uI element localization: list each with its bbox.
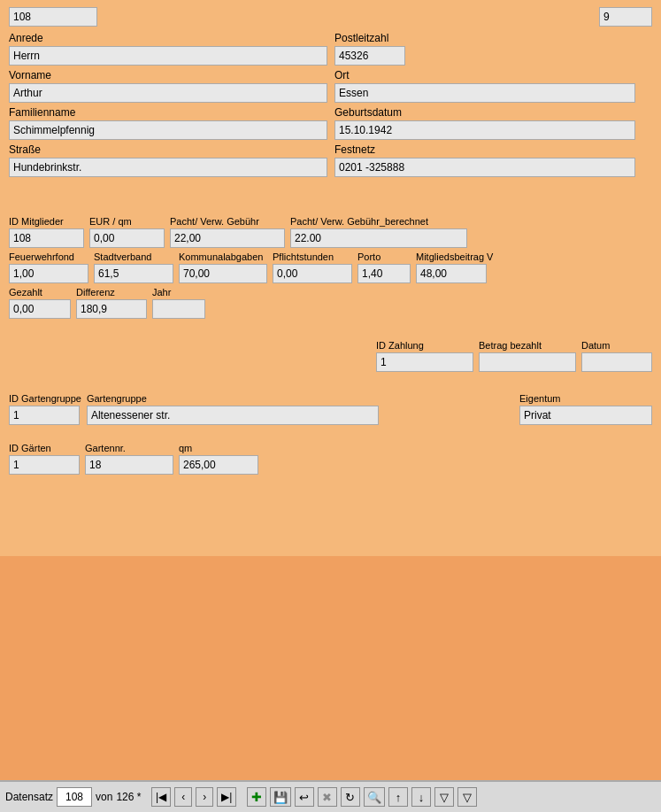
qm-label: qm xyxy=(179,443,258,453)
postleitzahl-label: Postleitzahl xyxy=(334,32,405,44)
gartennr-label: Gartennr. xyxy=(85,443,173,453)
familienname-input[interactable] xyxy=(9,120,327,140)
refresh-button[interactable]: ↻ xyxy=(341,787,360,807)
id-mitglieder-input[interactable] xyxy=(9,228,84,248)
gartengruppe-input[interactable] xyxy=(87,406,379,425)
gartennr-input[interactable] xyxy=(85,455,173,475)
betrag-bezahlt-label: Betrag bezahlt xyxy=(479,340,576,351)
mitgliedsbeitrag-label: Mitgliedsbeitrag V xyxy=(416,251,493,262)
sort-desc-button[interactable]: ↓ xyxy=(411,787,431,807)
save-record-button[interactable]: 💾 xyxy=(270,787,291,807)
first-record-button[interactable]: |◀ xyxy=(151,787,171,807)
feuerwehrfond-label: Feuerwehrfond xyxy=(9,251,88,262)
filter-button[interactable]: ▽ xyxy=(434,787,454,807)
id-gartengruppe-label: ID Gartengruppe xyxy=(9,393,81,404)
stadtverband-input[interactable] xyxy=(94,264,173,283)
id-mitglieder-label: ID Mitglieder xyxy=(9,216,84,227)
ort-input[interactable] xyxy=(334,83,635,103)
id-gartengruppe-input[interactable] xyxy=(9,406,80,425)
strasse-label: Straße xyxy=(9,143,327,156)
delete-button[interactable]: ✖ xyxy=(318,787,337,807)
sort-asc-button[interactable]: ↑ xyxy=(388,787,408,807)
pacht-verw-berechnet-label: Pacht/ Verw. Gebühr_berechnet xyxy=(290,216,467,227)
postleitzahl-input[interactable] xyxy=(334,46,405,66)
id-zahlung-input[interactable] xyxy=(376,352,473,372)
stadtverband-label: Stadtverband xyxy=(94,251,173,262)
id-gaerten-label: ID Gärten xyxy=(9,443,80,453)
navigation-bar: Datensatz von 126 * |◀ ‹ › ▶| ✚ 💾 ↩ ✖ ↻ … xyxy=(0,780,661,812)
prev-record-button[interactable]: ‹ xyxy=(174,787,192,807)
betrag-bezahlt-input[interactable] xyxy=(479,352,576,372)
gartengruppe-label: Gartengruppe xyxy=(87,393,379,404)
strasse-input[interactable] xyxy=(9,158,327,177)
familienname-label: Familienname xyxy=(9,106,327,119)
anrede-input[interactable] xyxy=(9,46,327,66)
eigentum-input[interactable] xyxy=(519,406,652,425)
mitgliedsbeitrag-input[interactable] xyxy=(416,264,487,283)
pacht-verw-berechnet-input[interactable] xyxy=(290,228,467,248)
vorname-label: Vorname xyxy=(9,69,327,81)
kommunalabgaben-input[interactable] xyxy=(179,264,267,283)
geburtsdatum-label: Geburtsdatum xyxy=(334,106,635,119)
qm-input[interactable] xyxy=(179,455,258,475)
pacht-verw-label: Pacht/ Verw. Gebühr xyxy=(170,216,285,227)
jahr-label: Jahr xyxy=(152,287,205,298)
pflichtstunden-input[interactable] xyxy=(273,264,352,283)
eur-qm-label: EUR / qm xyxy=(89,216,165,227)
datum-input[interactable] xyxy=(581,352,652,372)
search-button[interactable]: 🔍 xyxy=(364,787,385,807)
record-number-input[interactable] xyxy=(57,787,92,807)
anrede-label: Anrede xyxy=(9,32,327,44)
total-records: 126 * xyxy=(116,791,141,803)
pacht-verw-input[interactable] xyxy=(170,228,285,248)
next-record-button[interactable]: › xyxy=(196,787,213,807)
porto-input[interactable] xyxy=(357,264,411,283)
feuerwehrfond-input[interactable] xyxy=(9,264,88,283)
vorname-input[interactable] xyxy=(9,83,327,103)
datensatz-label: Datensatz xyxy=(5,791,53,803)
pflichtstunden-label: Pflichtstunden xyxy=(273,251,352,262)
undo-button[interactable]: ↩ xyxy=(295,787,314,807)
top-id-input[interactable] xyxy=(9,7,97,27)
eur-qm-input[interactable] xyxy=(89,228,165,248)
porto-label: Porto xyxy=(357,251,411,262)
differenz-label: Differenz xyxy=(76,287,147,298)
filter2-button[interactable]: ▽ xyxy=(457,787,477,807)
ort-label: Ort xyxy=(334,69,635,81)
id-gaerten-input[interactable] xyxy=(9,455,80,475)
datum-label: Datum xyxy=(581,340,652,351)
top-id2-input[interactable] xyxy=(599,7,652,27)
festnetz-label: Festnetz xyxy=(334,143,635,156)
differenz-input[interactable] xyxy=(76,299,147,319)
add-record-button[interactable]: ✚ xyxy=(247,787,266,807)
eigentum-label: Eigentum xyxy=(519,393,652,404)
geburtsdatum-input[interactable] xyxy=(334,120,635,140)
von-label: von xyxy=(96,791,112,803)
id-zahlung-label: ID Zahlung xyxy=(376,340,473,351)
kommunalabgaben-label: Kommunalabgaben xyxy=(179,251,267,262)
last-record-button[interactable]: ▶| xyxy=(217,787,236,807)
gezahlt-label: Gezahlt xyxy=(9,287,71,298)
festnetz-input[interactable] xyxy=(334,158,635,177)
gezahlt-input[interactable] xyxy=(9,299,71,319)
jahr-input[interactable] xyxy=(152,299,205,319)
